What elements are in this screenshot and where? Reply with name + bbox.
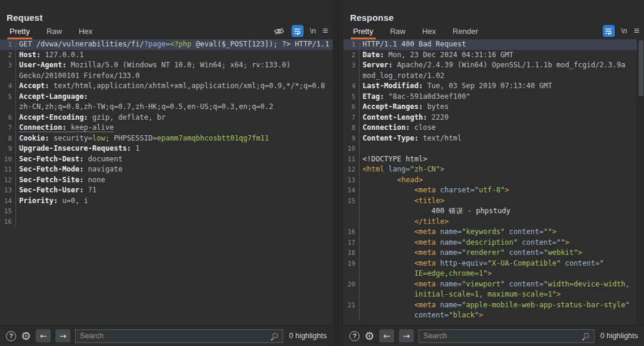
code-text: <meta name="viewport" content="width=dev… (360, 279, 644, 290)
editor-menu-icon[interactable]: ≡ (634, 28, 639, 34)
line-number: 15 (0, 206, 16, 217)
code-text: <meta charset="utf-8"> (360, 185, 644, 196)
tab-raw[interactable]: Raw (44, 27, 64, 39)
response-editor[interactable]: 1HTTP/1.1 400 Bad Request2Date: Mon, 23 … (343, 39, 644, 325)
code-line: 6Accept-Ranges: bytes (343, 102, 644, 113)
code-text: 400 错误 - phpstudy (360, 206, 644, 217)
search-next-button[interactable]: → (399, 329, 414, 342)
help-icon[interactable]: ? (349, 331, 360, 341)
code-text: Sec-Fetch-User: ?1 (16, 185, 333, 196)
search-prev-button[interactable]: ← (36, 329, 51, 342)
line-number: 7 (0, 123, 16, 133)
line-number (0, 71, 16, 82)
code-line: 13 <head> (343, 175, 644, 186)
code-line: 5Accept-Language: (0, 92, 333, 102)
code-text: Sec-Fetch-Mode: navigate (16, 164, 333, 175)
request-search-input[interactable] (80, 332, 271, 340)
code-text: Last-Modified: Tue, 03 Sep 2019 07:13:40… (360, 81, 644, 92)
line-number: 3 (343, 60, 360, 71)
code-text: <meta name="renderer" content="webkit"> (360, 248, 644, 258)
code-line: 5ETag: "8ac-591a0d3eef100" (343, 92, 644, 102)
line-number: 2 (0, 50, 16, 61)
soft-wrap-button[interactable] (603, 25, 615, 37)
code-line: 11<!DOCTYPE html> (343, 154, 644, 165)
request-search-bar: ? ⚙ ← → 0 highlights (0, 325, 333, 346)
hide-nonprinting-button[interactable] (273, 26, 285, 36)
code-line: 6Accept-Encoding: gzip, deflate, br (0, 113, 333, 123)
tab-render[interactable]: Render (450, 27, 481, 39)
line-number: 17 (343, 238, 360, 248)
code-line: 2Date: Mon, 23 Dec 2024 04:31:16 GMT (343, 50, 644, 61)
search-next-button[interactable]: → (55, 329, 70, 342)
tab-hex[interactable]: Hex (76, 27, 95, 39)
tab-pretty[interactable]: Pretty (351, 27, 376, 39)
code-text: Content-Length: 2220 (360, 113, 644, 123)
code-text: Host: 127.0.0.1 (16, 50, 333, 61)
line-number: 2 (343, 50, 360, 61)
search-settings-gear-icon[interactable]: ⚙ (364, 331, 374, 341)
line-number: 1 (343, 39, 360, 50)
code-line: 10Sec-Fetch-Dest: document (0, 154, 333, 165)
soft-wrap-button[interactable] (292, 25, 304, 37)
code-text: Date: Mon, 23 Dec 2024 04:31:16 GMT (360, 50, 644, 61)
code-text: Sec-Fetch-Dest: document (16, 154, 333, 165)
code-line: 21 <meta name="apple-mobile-web-app-stat… (343, 300, 644, 311)
show-newlines-button[interactable]: \n (621, 27, 627, 35)
editor-menu-icon[interactable]: ≡ (323, 28, 328, 34)
code-line: 8Connection: close (343, 123, 644, 133)
code-line: IE=edge,chrome=1"> (343, 269, 644, 279)
response-search-input[interactable] (423, 332, 582, 340)
code-line: 400 错误 - phpstudy (343, 206, 644, 217)
code-line: 3User-Agent: Mozilla/5.0 (Windows NT 10.… (0, 60, 333, 71)
line-number (343, 217, 360, 227)
show-newlines-button[interactable]: \n (310, 27, 316, 35)
line-number: 12 (0, 175, 16, 186)
line-number (343, 206, 360, 217)
search-settings-gear-icon[interactable]: ⚙ (21, 331, 31, 341)
panel-splitter[interactable] (333, 0, 343, 346)
wrap-text-icon (605, 27, 612, 35)
code-line: 4Last-Modified: Tue, 03 Sep 2019 07:13:4… (343, 81, 644, 92)
code-line: 4Accept: text/html,application/xhtml+xml… (0, 81, 333, 92)
line-number: 5 (343, 92, 360, 102)
code-text: Content-Type: text/html (360, 133, 644, 144)
code-text: zh-CN,zh;q=0.8,zh-TW;q=0.7,zh-HK;q=0.5,e… (16, 102, 333, 113)
code-line: 1GET /dvwa/vulnerabilities/fi/?page=<?ph… (0, 39, 333, 50)
line-number: 20 (343, 279, 360, 290)
response-panel: Response PrettyRawHexRender \n ≡ 1HTTP/1… (343, 0, 644, 346)
request-editor[interactable]: 1GET /dvwa/vulnerabilities/fi/?page=<?ph… (0, 39, 333, 325)
code-line: 12<html lang="zh-CN"> (343, 164, 644, 175)
tab-pretty[interactable]: Pretty (7, 27, 32, 39)
tab-raw[interactable]: Raw (388, 27, 408, 39)
code-text: <meta name="apple-mobile-web-app-status-… (360, 300, 644, 311)
line-number: 6 (0, 113, 16, 123)
response-scrollbar[interactable] (637, 39, 644, 325)
scrollbar-thumb[interactable] (639, 40, 643, 96)
code-line: 15 <title> (343, 196, 644, 207)
response-search-bar: ? ⚙ ← → 0 highlights (343, 325, 644, 346)
search-prev-button[interactable]: ← (379, 329, 394, 342)
tab-hex[interactable]: Hex (420, 27, 438, 39)
code-line: 16 (0, 217, 333, 227)
code-text (16, 217, 333, 227)
line-number: 19 (343, 258, 360, 269)
code-text: Upgrade-Insecure-Requests: 1 (16, 144, 333, 154)
eye-off-icon (274, 27, 284, 36)
line-number: 4 (0, 81, 16, 92)
code-text: <meta http-equiv="X-UA-Compatible" conte… (360, 258, 644, 269)
line-number: 8 (343, 123, 360, 133)
response-editor-icons: \n ≡ (603, 25, 639, 37)
line-number: 14 (343, 185, 360, 196)
response-title: Response (350, 13, 394, 23)
line-number: 13 (0, 185, 16, 196)
help-icon[interactable]: ? (6, 331, 16, 341)
request-header: Request PrettyRawHex (0, 0, 333, 39)
line-number: 6 (343, 102, 360, 113)
request-panel: Request PrettyRawHex (0, 0, 333, 346)
code-text: <meta name="description" content=""> (360, 238, 644, 248)
search-icon (582, 332, 590, 340)
line-number: 16 (343, 227, 360, 238)
code-text: mod_log_rotate/1.02 (360, 71, 644, 82)
code-line: content="black"> (343, 310, 644, 321)
code-text: Server: Apache/2.4.39 (Win64) OpenSSL/1.… (360, 60, 644, 71)
